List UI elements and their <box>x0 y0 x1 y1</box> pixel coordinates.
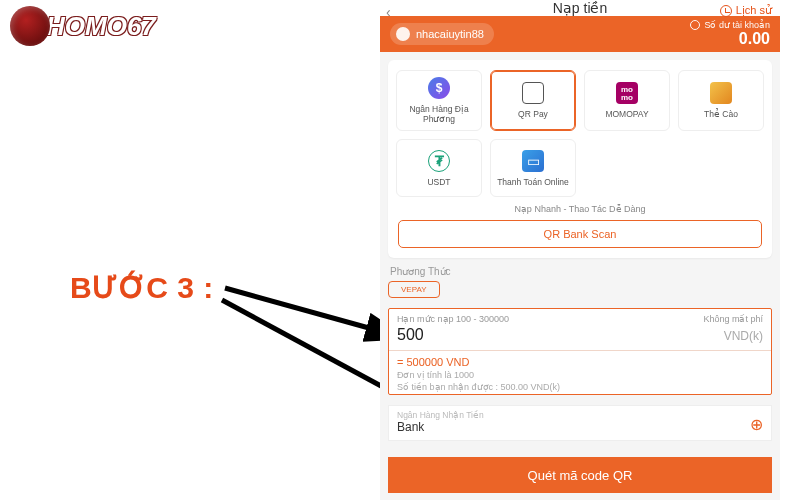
method-label: Thanh Toán Online <box>497 177 569 187</box>
method-momo[interactable]: momo MOMOPAY <box>584 70 670 131</box>
bank-value: Bank <box>397 420 484 434</box>
payment-methods-card: Ngân Hàng Địa Phương QR Pay momo MOMOPAY… <box>388 60 772 258</box>
card-icon <box>710 82 732 104</box>
brand-text: HOMO67 <box>46 11 156 42</box>
username: nhacaiuytin88 <box>416 28 484 40</box>
usdt-icon: ₮ <box>428 150 450 172</box>
back-icon[interactable]: ‹ <box>386 4 391 20</box>
topbar: ‹ Nạp tiền Lịch sử <box>380 0 780 16</box>
method-local-bank[interactable]: Ngân Hàng Địa Phương <box>396 70 482 131</box>
receive-note: Số tiền bạn nhận được : 500.00 VND(k) <box>397 382 763 392</box>
amount-card: Hạn mức nạp 100 - 300000 Không mất phí 5… <box>388 308 772 395</box>
method-qrpay[interactable]: QR Pay <box>490 70 576 131</box>
momo-icon: momo <box>616 82 638 104</box>
balance-label: Số dư tài khoản <box>704 20 770 30</box>
amount-input[interactable]: 500 <box>397 326 424 344</box>
qr-icon <box>522 82 544 104</box>
method-label: USDT <box>427 177 450 187</box>
method-label: QR Pay <box>518 109 548 119</box>
history-button[interactable]: Lịch sử <box>720 4 772 17</box>
limit-label: Hạn mức nạp 100 - 300000 <box>397 314 509 324</box>
clock-icon <box>720 5 732 17</box>
brand-logo: HOMO67 <box>10 6 156 46</box>
converted-amount: = 500000 VND <box>397 356 763 368</box>
svg-line-0 <box>225 288 405 338</box>
provider-chip-vepay[interactable]: VEPAY <box>388 281 440 298</box>
method-label: Ngân Hàng Địa Phương <box>399 104 479 124</box>
add-bank-icon[interactable]: ⊕ <box>750 415 763 434</box>
avatar-icon <box>396 27 410 41</box>
credit-icon: ▭ <box>522 150 544 172</box>
unit-note: Đơn vị tính là 1000 <box>397 370 763 380</box>
history-label: Lịch sử <box>736 4 772 17</box>
fee-label: Không mất phí <box>703 314 763 324</box>
page-title: Nạp tiền <box>553 0 608 16</box>
bank-icon <box>428 77 450 99</box>
scan-qr-button[interactable]: Quét mã code QR <box>388 457 772 493</box>
rooster-mark-icon <box>10 6 50 46</box>
method-online[interactable]: ▭ Thanh Toán Online <box>490 139 576 197</box>
account-header: nhacaiuytin88 Số dư tài khoản 0.00 <box>380 16 780 52</box>
method-thecao[interactable]: Thẻ Cào <box>678 70 764 131</box>
user-pill[interactable]: nhacaiuytin88 <box>390 23 494 45</box>
qr-bank-scan-button[interactable]: QR Bank Scan <box>398 220 762 248</box>
amount-unit: VND(k) <box>724 329 763 343</box>
provider-label: Phương Thức <box>390 266 770 277</box>
balance-block: Số dư tài khoản 0.00 <box>690 20 770 48</box>
method-label: Thẻ Cào <box>704 109 738 119</box>
method-label: MOMOPAY <box>605 109 648 119</box>
deposit-screen: ‹ Nạp tiền Lịch sử nhacaiuytin88 Số dư t… <box>380 0 780 500</box>
receiving-bank-row[interactable]: Ngân Hàng Nhận Tiền Bank ⊕ <box>388 405 772 441</box>
methods-hint: Nạp Nhanh - Thao Tác Dễ Dàng <box>396 204 764 214</box>
step-label: BƯỚC 3 : <box>70 270 214 305</box>
balance-value: 0.00 <box>690 30 770 48</box>
eye-icon[interactable] <box>690 20 700 30</box>
bank-label: Ngân Hàng Nhận Tiền <box>397 410 484 420</box>
method-usdt[interactable]: ₮ USDT <box>396 139 482 197</box>
